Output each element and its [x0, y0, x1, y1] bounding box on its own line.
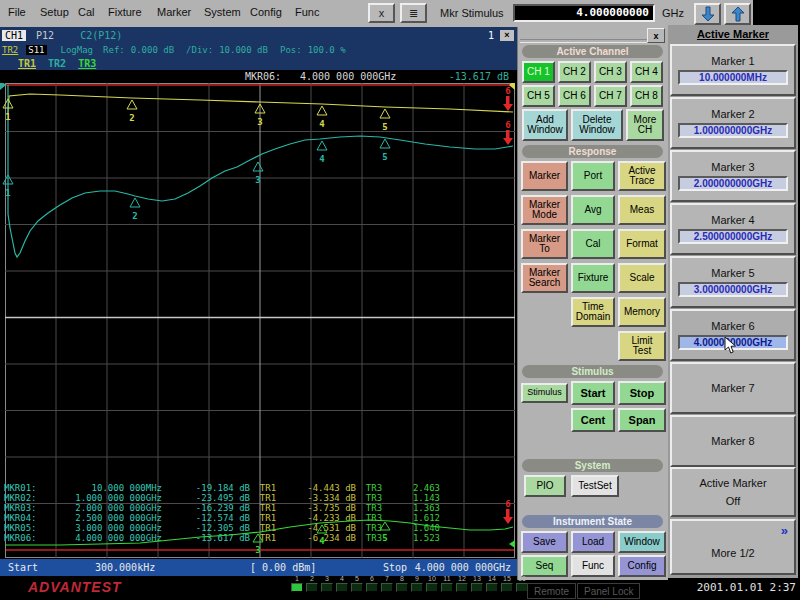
channel-indicator: 10: [426, 575, 438, 592]
ch8-button[interactable]: CH 8: [630, 85, 663, 107]
pos-value: 100.0 %: [308, 45, 346, 55]
cal-button[interactable]: Cal: [571, 229, 615, 259]
window-number: 1: [488, 30, 494, 41]
ch6-button[interactable]: CH 6: [558, 85, 591, 107]
marker1-value[interactable]: 10.000000MHz: [678, 70, 788, 85]
menu-config[interactable]: Config: [250, 6, 282, 18]
marker2-button[interactable]: Marker 2 1.000000000GHz: [670, 97, 796, 149]
load-button[interactable]: Load: [571, 531, 615, 553]
marker-up-button[interactable]: [724, 3, 751, 25]
menu-file[interactable]: File: [8, 6, 26, 18]
marker8-button[interactable]: Marker 8: [670, 415, 796, 467]
seq-button[interactable]: Seq: [521, 555, 568, 577]
channel-indicator: 7: [381, 575, 393, 592]
meas-button[interactable]: Meas: [618, 195, 666, 225]
menubar: File Setup Cal Fixture Marker System Con…: [0, 0, 753, 28]
response-header: Response: [522, 145, 663, 158]
menu-marker[interactable]: Marker: [157, 6, 191, 18]
marker-mode-button[interactable]: Marker Mode: [521, 195, 568, 225]
stop-button[interactable]: Stop: [618, 381, 666, 405]
channel-indicator: 2: [306, 575, 318, 592]
instrument-state-header: Instrument State: [522, 515, 663, 528]
marker4-button[interactable]: Marker 4 2.500000000GHz: [670, 203, 796, 255]
format-button[interactable]: Format: [618, 229, 666, 259]
ch4-button[interactable]: CH 4: [630, 61, 663, 83]
config-button[interactable]: Config: [618, 555, 666, 577]
tab-tr3[interactable]: TR3: [78, 58, 96, 69]
marker6-button[interactable]: Marker 6 4.000000000GHz: [670, 309, 796, 361]
marker-down-button[interactable]: [694, 3, 721, 25]
ch2-button[interactable]: CH 2: [558, 61, 591, 83]
pio-button[interactable]: PIO: [524, 475, 566, 497]
active-channel-header: Active Channel: [522, 45, 663, 58]
power-value: [ 0.00 dBm]: [250, 562, 316, 573]
menu-cal[interactable]: Cal: [78, 6, 95, 18]
save-button[interactable]: Save: [521, 531, 568, 553]
marker4-value[interactable]: 2.500000000GHz: [678, 229, 788, 244]
menu-system[interactable]: System: [204, 6, 241, 18]
marker3-value[interactable]: 2.000000000GHz: [678, 176, 788, 191]
format-label: LogMag: [61, 45, 94, 55]
marker3-button[interactable]: Marker 3 2.000000000GHz: [670, 150, 796, 202]
stimulus-button[interactable]: Stimulus: [521, 383, 568, 403]
unit-label: GHz: [662, 7, 684, 19]
marker-button[interactable]: Marker: [521, 161, 568, 191]
marker-search-button[interactable]: Marker Search: [521, 263, 568, 293]
active-marker-off-button[interactable]: Active Marker Off: [670, 467, 796, 517]
ch1-button[interactable]: CH 1: [522, 61, 555, 83]
fixture-button[interactable]: Fixture: [571, 263, 615, 293]
add-window-button[interactable]: Add Window: [522, 109, 568, 141]
menu-fixture[interactable]: Fixture: [108, 6, 142, 18]
marker7-button[interactable]: Marker 7: [670, 362, 796, 414]
span-button[interactable]: Span: [618, 408, 666, 432]
memory-button[interactable]: Memory: [618, 297, 666, 327]
avg-button[interactable]: Avg: [571, 195, 615, 225]
window-close-icon[interactable]: ×: [500, 30, 514, 41]
marker5-value[interactable]: 3.000000000GHz: [678, 282, 788, 297]
channel-indicator: 11: [441, 575, 453, 592]
trace-selector-line: TR1 TR2 TR3: [0, 56, 517, 70]
time-domain-button[interactable]: Time Domain: [571, 297, 615, 327]
channel-indicator: 14: [486, 575, 498, 592]
channel-indicator: 5: [351, 575, 363, 592]
scale-button[interactable]: Scale: [618, 263, 666, 293]
testset-button[interactable]: TestSet: [571, 475, 619, 497]
more-ch-button[interactable]: More CH: [626, 109, 664, 141]
datetime: 2001.01.01 2:37: [697, 581, 796, 594]
menu-setup[interactable]: Setup: [40, 6, 69, 18]
marker2-value[interactable]: 1.000000000GHz: [678, 123, 788, 138]
limit-test-button[interactable]: Limit Test: [618, 331, 666, 361]
window-button[interactable]: Window: [618, 531, 666, 553]
marker-table-row: MKR05:3.000 000 000GHz-12.305 dBTR1-4.53…: [4, 523, 514, 533]
tab-tr1[interactable]: TR1: [18, 58, 36, 69]
marker5-button[interactable]: Marker 5 3.000000000GHz: [670, 256, 796, 308]
port-button[interactable]: Port: [571, 161, 615, 191]
softkey-close-icon[interactable]: x: [647, 28, 665, 43]
channel-indicator: 15: [501, 575, 513, 592]
ref-value: 0.000 dB: [131, 45, 174, 55]
panel-lock-indicator: Panel Lock: [577, 583, 640, 599]
arrow-up-icon: [731, 6, 745, 22]
start-button[interactable]: Start: [571, 381, 615, 405]
tab-tr2[interactable]: TR2: [48, 58, 66, 69]
ch7-button[interactable]: CH 7: [594, 85, 627, 107]
mkr-stimulus-input[interactable]: 4.000000000: [513, 4, 655, 22]
marker1-button[interactable]: Marker 1 10.000000MHz: [670, 44, 796, 96]
more-pages-button[interactable]: » More 1/2: [670, 519, 796, 575]
delete-window-button[interactable]: Delete Window: [571, 109, 623, 141]
menu-list-icon[interactable]: ≣: [400, 3, 427, 23]
marker-readout-line: MKR06: 4.000 000 000GHz -13.617 dB: [0, 70, 517, 83]
marker-table: MKR01:10.000 000MHz-19.184 dBTR1-4.443 d…: [4, 483, 514, 543]
ch3-button[interactable]: CH 3: [594, 61, 627, 83]
active-trace-button[interactable]: Active Trace: [618, 161, 666, 191]
ch5-button[interactable]: CH 5: [522, 85, 555, 107]
marker-readout-label: MKR06:: [245, 71, 281, 82]
marker-table-row: MKR04:2.500 000 000GHz-12.574 dBTR1-4.23…: [4, 513, 514, 523]
menu-func[interactable]: Func: [295, 6, 319, 18]
cent-button[interactable]: Cent: [571, 408, 615, 432]
func-button[interactable]: Func: [571, 555, 615, 577]
measurement-window: CH1 P12 C2(P12) 1 × TR2 S11 LogMag Ref: …: [0, 27, 517, 576]
softkey-menu: x Active Channel CH 1 CH 2 CH 3 CH 4 CH …: [517, 27, 668, 580]
marker-to-button[interactable]: Marker To: [521, 229, 568, 259]
close-toolbar-button[interactable]: x: [368, 3, 395, 23]
